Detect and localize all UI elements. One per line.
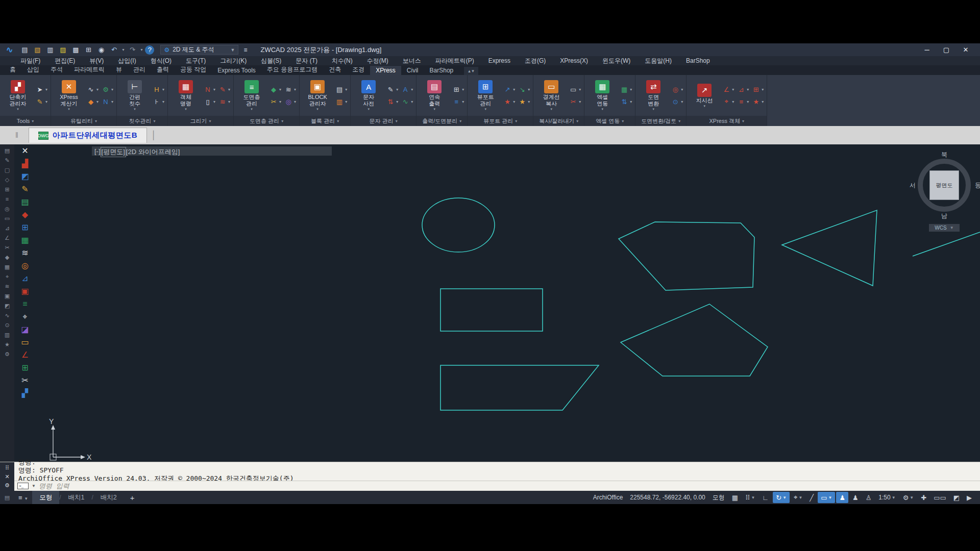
- menu-item[interactable]: 그리기(K): [213, 57, 254, 65]
- annotation-visibility-toggle[interactable]: ♟: [836, 492, 848, 503]
- model-space-button[interactable]: 모형: [709, 492, 728, 503]
- ribbon-tab[interactable]: 홈: [4, 64, 21, 75]
- command-dock-icon[interactable]: ✕: [5, 473, 9, 480]
- ribbon-small-button[interactable]: ⊙▾: [671, 96, 683, 107]
- new-file-icon[interactable]: ▤: [19, 45, 30, 55]
- help-icon[interactable]: ?: [145, 45, 154, 55]
- ribbon-tab[interactable]: 파라메트릭: [68, 64, 110, 75]
- undo-icon-dropdown[interactable]: ▾: [121, 47, 125, 52]
- dock-strip-icon[interactable]: ◆: [5, 254, 9, 260]
- dock-strip-icon[interactable]: ◇: [5, 177, 9, 183]
- ribbon-group-dropdown[interactable]: ▾: [32, 119, 34, 123]
- ribbon-small-button[interactable]: ⊞▾: [752, 84, 764, 95]
- navcube-east-label[interactable]: 동: [975, 181, 980, 190]
- ribbon-small-button[interactable]: ↘▾: [518, 84, 530, 95]
- ribbon-group-dropdown[interactable]: ▾: [95, 119, 97, 123]
- add-layout-button[interactable]: +: [124, 493, 141, 502]
- navcube-north-label[interactable]: 북: [941, 151, 947, 159]
- ribbon-group-dropdown[interactable]: ▾: [515, 119, 517, 123]
- ribbon-group-dropdown[interactable]: ▾: [337, 119, 339, 123]
- clean-screen-toggle[interactable]: ▶: [964, 492, 975, 503]
- ribbon-group-dropdown[interactable]: ▾: [209, 119, 211, 123]
- navcube-west-label[interactable]: 서: [910, 181, 916, 190]
- ribbon-small-button[interactable]: ⌖▾: [722, 96, 734, 107]
- save-as-icon[interactable]: ▨: [57, 45, 68, 55]
- copy-icon[interactable]: ▩: [70, 45, 81, 55]
- menu-item[interactable]: 수정(M): [360, 57, 396, 65]
- dock-strip-icon[interactable]: ≋: [5, 283, 9, 289]
- circle-entity[interactable]: [422, 198, 495, 252]
- ribbon-big-button[interactable]: ▦객체명령▾: [171, 80, 201, 111]
- menu-item[interactable]: 파라메트릭(P): [428, 57, 481, 65]
- left-tool-icon[interactable]: ◎: [21, 261, 29, 270]
- ribbon-big-button[interactable]: ▦엑셀연동▾: [587, 80, 617, 111]
- left-tool-icon[interactable]: ▞: [22, 389, 28, 398]
- ribbon-tab[interactable]: 출력: [151, 64, 175, 75]
- minimize-button[interactable]: ─: [923, 46, 931, 54]
- open-file-icon[interactable]: ▧: [32, 45, 43, 55]
- dock-strip-icon[interactable]: ▭: [5, 215, 10, 221]
- ribbon-tab[interactable]: 주석: [45, 64, 68, 75]
- ribbon-small-button[interactable]: ▭▾: [569, 84, 581, 95]
- ribbon-small-button[interactable]: ↗▾: [503, 84, 515, 95]
- ribbon-tab[interactable]: 뷰: [110, 64, 128, 75]
- line-entity[interactable]: [913, 232, 980, 256]
- ribbon-small-button[interactable]: N▾: [102, 96, 113, 107]
- menu-item[interactable]: 뷰(V): [82, 57, 111, 65]
- ribbon-small-button[interactable]: ≡▾: [452, 96, 464, 107]
- ribbon-big-button[interactable]: ⇄도면변환▾: [639, 80, 668, 111]
- ribbon-small-button[interactable]: ⇅▾: [620, 96, 632, 107]
- dock-strip-icon[interactable]: ▣: [5, 293, 10, 299]
- dock-strip-icon[interactable]: ≡: [6, 196, 9, 202]
- ribbon-small-button[interactable]: ⊿▾: [737, 84, 749, 95]
- ribbon-small-button[interactable]: ≋▾: [218, 96, 230, 107]
- left-tool-icon[interactable]: ⊞: [21, 363, 28, 372]
- wcs-selector[interactable]: WCS ▼: [929, 224, 960, 232]
- ribbon-small-button[interactable]: N▾: [204, 84, 215, 95]
- ribbon-big-button[interactable]: ▣BLOCK관리자▾: [303, 80, 332, 111]
- dock-strip-icon[interactable]: ▦: [5, 264, 10, 270]
- ribbon-small-button[interactable]: ★▾: [518, 96, 530, 107]
- ribbon-group-dropdown[interactable]: ▾: [678, 119, 680, 123]
- dock-strip-icon[interactable]: ▥: [5, 332, 10, 338]
- ribbon-tab[interactable]: 조경: [347, 64, 370, 75]
- hardware-acceleration-toggle[interactable]: ◩: [950, 492, 963, 503]
- ribbon-small-button[interactable]: ≡▾: [737, 96, 749, 107]
- ribbon-tab[interactable]: 삽입: [21, 64, 45, 75]
- ribbon-small-button[interactable]: ➤▾: [36, 84, 47, 95]
- left-tool-icon[interactable]: ▦: [21, 236, 29, 245]
- dock-strip-icon[interactable]: ⌖: [6, 273, 9, 280]
- document-tab[interactable]: DWG 아파트단위세대평면도B: [29, 128, 147, 143]
- menu-item[interactable]: 도움말(H): [638, 57, 679, 65]
- ribbon-big-button[interactable]: ▭경계선복사▾: [536, 80, 566, 111]
- dock-strip-icon[interactable]: ⊙: [5, 322, 9, 328]
- layout-tab[interactable]: 모형: [32, 491, 59, 504]
- ribbon-tab[interactable]: Express Tools: [212, 66, 261, 75]
- layout-tab[interactable]: 배치1: [61, 491, 91, 504]
- viewport-control[interactable]: [평면도]: [101, 147, 126, 157]
- ribbon-group-dropdown[interactable]: ▾: [742, 119, 744, 123]
- ribbon-small-button[interactable]: ◆▾: [270, 84, 281, 95]
- dock-strip-icon[interactable]: ∿: [5, 312, 9, 318]
- undo-icon[interactable]: ↶: [108, 45, 119, 55]
- ribbon-big-button[interactable]: ▤연속출력▾: [420, 80, 449, 111]
- ribbon-small-button[interactable]: ★▾: [503, 96, 515, 107]
- ribbon-tab[interactable]: 주요 응용프로그램: [261, 64, 323, 75]
- move-tool-toggle[interactable]: ✚: [918, 492, 929, 503]
- ribbon-small-button[interactable]: ▥▾: [335, 96, 347, 107]
- dock-strip-icon[interactable]: ⚙: [5, 351, 10, 357]
- ribbon-group-dropdown[interactable]: ▾: [576, 119, 578, 123]
- left-tool-icon[interactable]: ▭: [21, 338, 29, 347]
- dock-strip-icon[interactable]: ✎: [5, 157, 9, 163]
- viewport-control[interactable]: [-]: [94, 147, 101, 157]
- snap-toggle[interactable]: ⠿▼: [742, 492, 758, 503]
- redo-icon[interactable]: ↷: [127, 45, 138, 55]
- viewport-label[interactable]: [-][평면도][2D 와이어프레임]: [94, 147, 180, 157]
- ribbon-small-button[interactable]: H▾: [153, 84, 164, 95]
- ribbon-big-button[interactable]: ✕XPress계산기▾: [54, 80, 84, 111]
- ribbon-group-dropdown[interactable]: ▾: [459, 119, 461, 123]
- menu-item[interactable]: 조경(G): [518, 57, 553, 65]
- ribbon-big-button[interactable]: ≡도면층관리▾: [237, 80, 266, 111]
- viewport-control[interactable]: [2D 와이어프레임]: [126, 147, 180, 157]
- ribbon-collapse-button[interactable]: ▴ ▾: [464, 67, 478, 75]
